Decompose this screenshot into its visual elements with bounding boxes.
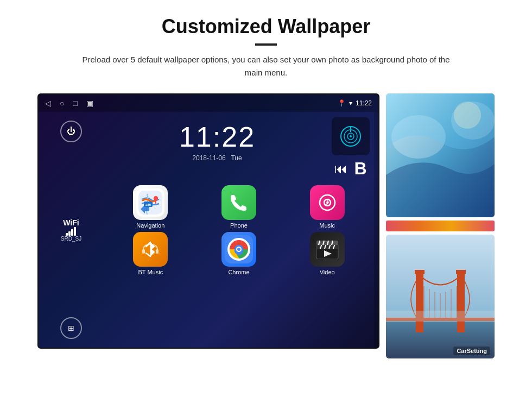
svg-rect-51 [456,270,466,274]
wallpaper-previews: CarSetting [386,93,495,358]
app-phone[interactable]: Phone [197,185,282,229]
status-left: ◁ ○ □ ▣ [45,99,93,108]
svg-point-3 [350,135,352,137]
android-screen: ◁ ○ □ ▣ 📍 ▾ 11:22 ⏻ WiFi [37,93,379,349]
video-icon [310,232,345,267]
wifi-info: WiFi SRD_SJ [61,218,81,242]
chrome-browser-icon [225,235,253,263]
apps-grid: 280 Navigation [108,182,370,279]
page-header: Customized Wallpaper Preload over 5 defa… [0,0,532,88]
clock-time: 11:22 [108,121,326,153]
svg-point-37 [454,102,481,129]
signal-bar-3 [71,229,73,236]
svg-rect-41 [457,273,465,332]
wifi-ssid: SRD_SJ [61,236,81,242]
status-bar: ◁ ○ □ ▣ 📍 ▾ 11:22 [39,95,378,112]
svg-rect-15 [142,249,145,254]
svg-point-7 [154,196,158,200]
app-chrome[interactable]: Chrome [197,232,282,275]
svg-rect-16 [156,249,159,254]
home-icon[interactable]: ○ [60,99,64,108]
content-area: ◁ ○ □ ▣ 📍 ▾ 11:22 ⏻ WiFi [0,88,532,358]
screen-content: ⏻ WiFi SRD_SJ ⊞ [39,112,378,348]
center-area: 11:22 2018-11-06 Tue [104,112,374,348]
wifi-label: WiFi [61,218,81,227]
phone-icon [221,185,256,220]
phone-handset-icon [229,193,249,212]
wifi-signal-bars [61,227,81,236]
signal-bar-4 [74,227,76,236]
apps-grid-button[interactable]: ⊞ [60,317,82,339]
right-strip [374,112,378,348]
screenshot-icon[interactable]: ▣ [86,99,93,108]
date-text: 2018-11-06 [192,154,225,162]
svg-rect-40 [416,273,423,332]
app-music[interactable]: ♪ Music [284,185,370,229]
glacier-svg [386,93,495,217]
wallpaper-strip[interactable] [386,221,495,231]
location-icon: 📍 [338,99,346,107]
video-clapper-icon [315,240,339,259]
bridge-svg [386,235,495,358]
chrome-icon [221,232,256,267]
navigation-label: Navigation [136,222,164,229]
back-icon[interactable]: ◁ [45,99,51,108]
page-container: Customized Wallpaper Preload over 5 defa… [0,0,532,358]
svg-text:280: 280 [145,203,151,206]
page-title: Customized Wallpaper [33,15,499,38]
status-right: 📍 ▾ 11:22 [338,99,372,107]
wallpaper-glacier[interactable] [386,93,495,217]
day-text: Tue [231,154,242,162]
clock-date: 2018-11-06 Tue [108,154,326,162]
power-button[interactable]: ⏻ [60,121,82,142]
music-note-icon: ♪ [318,193,337,212]
svg-text:♪: ♪ [325,197,330,206]
svg-rect-50 [415,270,425,274]
navigation-map-icon: 280 [136,188,164,217]
svg-point-21 [237,248,240,251]
svg-rect-52 [386,311,495,322]
music-label: Music [319,222,335,229]
btmusic-icon [133,232,168,267]
page-subtitle: Preload over 5 default wallpaper options… [76,53,456,79]
phone-label: Phone [230,222,248,229]
media-letter: B [354,159,366,179]
title-divider [255,43,277,46]
media-box[interactable] [332,117,370,155]
clock-area: 11:22 2018-11-06 Tue [108,115,326,165]
antenna-icon [339,124,363,148]
sidebar: ⏻ WiFi SRD_SJ ⊞ [39,112,104,348]
recents-icon[interactable]: □ [73,99,77,108]
app-video[interactable]: Video [284,232,370,275]
signal-bar-2 [68,231,71,236]
media-prev-icon[interactable]: ⏮ [334,161,347,177]
navigation-icon: 280 [133,185,168,220]
status-time: 11:22 [356,99,372,107]
btmusic-label: BT Music [138,269,163,275]
bluetooth-icon [140,239,161,260]
music-icon: ♪ [310,185,345,220]
chrome-label: Chrome [228,269,249,275]
wallpaper-bridge[interactable]: CarSetting [386,235,495,358]
app-navigation[interactable]: 280 Navigation [108,185,193,229]
video-label: Video [320,269,335,275]
app-btmusic[interactable]: BT Music [108,232,193,275]
carsetting-label: CarSetting [453,347,490,355]
wifi-status-icon: ▾ [349,99,352,107]
